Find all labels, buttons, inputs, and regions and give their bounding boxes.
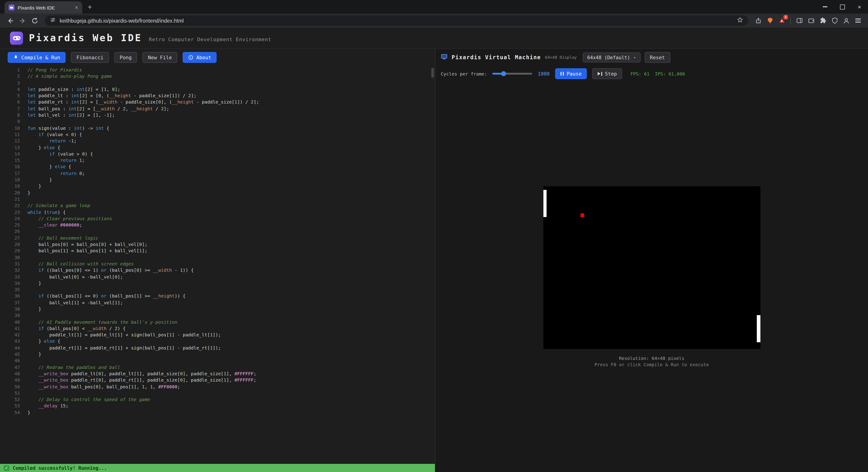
code-line[interactable]: 15 return 1; (0, 157, 435, 164)
code-line[interactable]: 39 (0, 313, 435, 319)
code-line[interactable]: 53 __delay 15; (0, 403, 435, 410)
sidebar-icon[interactable] (794, 15, 805, 26)
slider-thumb[interactable] (501, 71, 506, 76)
code-line[interactable]: 31 // Ball collision with screen edges (0, 261, 435, 268)
line-number: 53 (0, 403, 20, 410)
cycles-label: Cycles per frame: (441, 71, 487, 76)
code-line[interactable]: 2// A simple auto-play Pong game (0, 73, 435, 80)
code-line[interactable]: 25 __clear #000000; (0, 222, 435, 228)
fibonacci-button[interactable]: Fibonacci (71, 52, 109, 63)
code-line[interactable]: 12 return -1; (0, 138, 435, 145)
bookmark-star-icon[interactable] (737, 17, 743, 25)
code-line[interactable]: 49 __write_box paddle_rt[0], paddle_rt[1… (0, 377, 435, 384)
tab-close-icon[interactable]: × (75, 4, 78, 10)
code-line[interactable]: 22// Simulate a game loop (0, 202, 435, 209)
notifications-icon[interactable]: 1 (776, 15, 787, 26)
menu-icon[interactable] (852, 15, 864, 26)
code-line[interactable]: 5let paddle_lt : int[2] = [0, (__height … (0, 93, 435, 99)
code-line[interactable]: 50 __write_box ball_pos[0], ball_pos[1],… (0, 384, 435, 390)
code-line[interactable]: 52 // Delay to control the speed of the … (0, 397, 435, 403)
vm-controls: Cycles per frame: 1000 Pause Step (435, 66, 868, 82)
code-line[interactable]: 40 // AI Paddle movement towards the bal… (0, 319, 435, 325)
back-icon[interactable] (4, 15, 16, 26)
line-number: 25 (0, 222, 20, 228)
code-line[interactable]: 1// Pong for Pixardis (0, 67, 435, 73)
line-number: 40 (0, 319, 20, 325)
browser-tab[interactable]: Pixardis Web IDE × (4, 1, 82, 13)
code-line[interactable]: 17 return 0; (0, 170, 435, 177)
line-number: 17 (0, 170, 20, 177)
code-line[interactable]: 8let ball_vel : int[2] = [1, -1]; (0, 112, 435, 119)
code-line[interactable]: 48 __write_box paddle_lt[0], paddle_lt[1… (0, 371, 435, 377)
line-number: 22 (0, 202, 20, 209)
code-line[interactable]: 37 ball_vel[1] = -ball_vel[1]; (0, 300, 435, 306)
code-line[interactable]: 46 (0, 358, 435, 365)
resolution-select[interactable]: 64x48 (Default) ▾ (583, 53, 640, 62)
new-file-button[interactable]: New File (143, 52, 177, 63)
code-line[interactable]: 51 (0, 390, 435, 397)
address-bar[interactable]: keithbugeja.github.io/pixardis-web/front… (45, 15, 748, 26)
code-line[interactable]: 3 (0, 80, 435, 86)
code-editor[interactable]: 1// Pong for Pixardis2// A simple auto-p… (0, 66, 435, 464)
reset-button[interactable]: Reset (645, 52, 670, 63)
code-line[interactable]: 18 } (0, 177, 435, 183)
code-line[interactable]: 33 ball_vel[0] = -ball_vel[0]; (0, 274, 435, 280)
code-line[interactable]: 7let ball_pos : int[2] = [__width / 2, _… (0, 106, 435, 112)
code-line[interactable]: 23while (true) { (0, 209, 435, 216)
code-line[interactable]: 6let paddle_rt : int[2] = [__width - pad… (0, 99, 435, 106)
wallet-icon[interactable] (806, 15, 816, 26)
code-line[interactable]: 20} (0, 190, 435, 196)
code-line[interactable]: 44 paddle_rt[1] = paddle_rt[1] + sign(ba… (0, 345, 435, 351)
code-line[interactable]: 19 } (0, 183, 435, 190)
code-line[interactable]: 43 } else { (0, 338, 435, 345)
compile-run-button[interactable]: Compile & Run (8, 52, 66, 63)
extensions-icon[interactable] (817, 15, 828, 26)
code-line[interactable]: 28 ball_pos[0] = ball_pos[0] + ball_vel[… (0, 242, 435, 248)
forward-icon[interactable] (17, 15, 28, 26)
code-line[interactable]: 45 } (0, 351, 435, 358)
brave-rewards-lion-icon[interactable] (765, 15, 775, 26)
code-line[interactable]: 29 ball_pos[1] = ball_pos[1] + ball_vel[… (0, 248, 435, 255)
code-line[interactable]: 41 if (ball_pos[0] < __width / 2) { (0, 325, 435, 332)
code-line[interactable]: 54} (0, 409, 435, 416)
code-line[interactable]: 36 if ((ball_pos[1] <= 0) or (ball_pos[1… (0, 293, 435, 300)
code-line[interactable]: 24 // Clear previous positions (0, 216, 435, 222)
code-line[interactable]: 30 (0, 254, 435, 261)
code-line[interactable]: 13 } else { (0, 145, 435, 151)
vpn-shield-icon[interactable] (829, 15, 840, 26)
code-line[interactable]: 11 if (value < 0) { (0, 132, 435, 138)
code-line[interactable]: 16 } else { (0, 164, 435, 170)
code-line[interactable]: 32 if ((ball_pos[0] <= 1) or (ball_pos[0… (0, 267, 435, 274)
step-button[interactable]: Step (592, 68, 622, 79)
url-text[interactable]: keithbugeja.github.io/pixardis-web/front… (60, 18, 733, 23)
code-line[interactable]: 47 // Redraw the paddles and ball (0, 364, 435, 371)
site-settings-icon[interactable] (50, 17, 56, 25)
success-check-icon: ✓ (4, 465, 9, 471)
code-line[interactable]: 14 if (value > 0) { (0, 151, 435, 158)
new-tab-button[interactable]: + (88, 4, 92, 11)
close-window-button[interactable]: × (851, 0, 868, 13)
code-line[interactable]: 34 } (0, 280, 435, 287)
share-icon[interactable] (753, 15, 764, 26)
code-line[interactable]: 38 } (0, 306, 435, 313)
line-number: 19 (0, 183, 20, 190)
code-line[interactable]: 21 (0, 196, 435, 203)
cycles-slider[interactable] (493, 71, 532, 76)
code-line[interactable]: 42 paddle_lt[1] = paddle_lt[1] + sign(ba… (0, 332, 435, 338)
code-line[interactable]: 9 (0, 119, 435, 125)
code-line[interactable]: 35 (0, 287, 435, 293)
about-button[interactable]: About (183, 52, 217, 63)
code-line[interactable]: 10fun sign(value : int) -> int { (0, 125, 435, 132)
code-line[interactable]: 4let paddle_size : int[2] = [1, 8]; (0, 86, 435, 93)
pong-button[interactable]: Pong (114, 52, 137, 63)
line-number: 10 (0, 125, 20, 132)
code-line[interactable]: 26 (0, 228, 435, 235)
code-line[interactable]: 27 // Ball movement logic (0, 235, 435, 242)
reload-icon[interactable] (29, 15, 40, 26)
maximize-button[interactable] (834, 0, 851, 13)
line-number: 37 (0, 300, 20, 306)
editor-scrollbar[interactable] (431, 68, 434, 78)
pause-button[interactable]: Pause (555, 68, 587, 79)
minimize-button[interactable] (816, 0, 834, 13)
profile-icon[interactable] (841, 15, 852, 26)
